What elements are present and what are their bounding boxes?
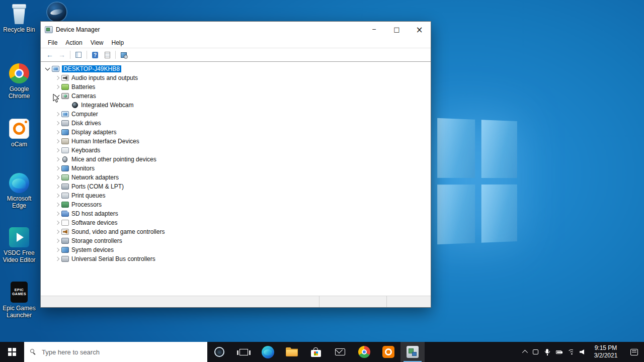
tray-battery-button[interactable] — [553, 342, 565, 362]
chevron-collapsed-icon[interactable] — [53, 110, 61, 118]
tree-item-universal-serial-bus-controllers[interactable]: Universal Serial Bus controllers — [41, 254, 431, 263]
desktop-icon-recycle-bin[interactable]: Recycle Bin — [0, 3, 38, 33]
close-button[interactable] — [408, 22, 431, 37]
chevron-expanded-icon[interactable] — [44, 65, 52, 73]
toolbar-scan-button[interactable] — [118, 49, 130, 60]
chevron-collapsed-icon[interactable] — [53, 128, 61, 136]
chevron-collapsed-icon[interactable] — [53, 83, 61, 91]
tree-item-audio-inputs-and-outputs[interactable]: Audio inputs and outputs — [41, 73, 431, 82]
toolbar-help-button[interactable] — [89, 49, 101, 60]
mouse-icon — [62, 156, 67, 162]
tray-hidden-icons-button[interactable] — [518, 342, 530, 362]
tree-item-system-devices[interactable]: System devices — [41, 245, 431, 254]
tree-item-software-devices[interactable]: Software devices — [41, 218, 431, 227]
sound-icon — [61, 229, 69, 235]
menu-help[interactable]: Help — [108, 38, 128, 47]
tree-item-computer[interactable]: Computer — [41, 110, 431, 119]
taskbar-app-file-explorer[interactable] — [280, 342, 304, 362]
chevron-collapsed-icon[interactable] — [53, 201, 61, 209]
taskbar-app-task-view[interactable] — [231, 342, 256, 362]
tree-item-storage-controllers[interactable]: Storage controllers — [41, 236, 431, 245]
tree-item-cameras[interactable]: Cameras — [41, 92, 431, 101]
tree-item-sd-host-adapters[interactable]: SD host adapters — [41, 209, 431, 218]
status-bar-main — [41, 296, 319, 307]
start-button[interactable] — [0, 342, 24, 362]
camera-icon — [61, 93, 69, 99]
tray-microphone-button[interactable] — [541, 342, 553, 362]
chevron-collapsed-icon[interactable] — [53, 119, 61, 127]
tray-icons — [518, 342, 588, 362]
toolbar-console-tree-button[interactable] — [72, 49, 85, 60]
chevron-collapsed-icon[interactable] — [53, 173, 61, 182]
keyboard-icon — [61, 147, 69, 153]
desktop-icon-microsoft-edge[interactable]: Microsoft Edge — [0, 173, 38, 209]
device-manager-window: Device Manager FileActionViewHelp DESKTO… — [40, 21, 431, 308]
desktop-icon-ocam[interactable]: oCam — [0, 119, 38, 148]
toolbar-properties-button[interactable] — [101, 49, 113, 60]
menu-action[interactable]: Action — [61, 38, 86, 47]
taskbar-app-mail[interactable] — [328, 342, 352, 362]
taskbar-clock[interactable]: 9:15 PM 3/2/2021 — [588, 344, 624, 359]
chevron-collapsed-icon[interactable] — [53, 164, 61, 172]
desktop-icon-epic-games[interactable]: EPIC GAMESEpic Games Launcher — [0, 282, 38, 319]
chevron-collapsed-icon[interactable] — [53, 210, 61, 218]
tree-item-batteries[interactable]: Batteries — [41, 82, 431, 92]
chevron-collapsed-icon[interactable] — [53, 255, 61, 263]
tree-item-human-interface-devices[interactable]: Human Interface Devices — [41, 137, 431, 146]
chevron-collapsed-icon[interactable] — [53, 137, 61, 145]
desktop-icon-google-chrome[interactable]: Google Chrome — [0, 63, 38, 100]
desktop-icon-vsdc[interactable]: VSDC Free Video Editor — [0, 227, 38, 263]
chevron-expanded-icon[interactable] — [53, 92, 61, 100]
ocam-icon — [9, 119, 29, 139]
chevron-collapsed-icon[interactable] — [53, 74, 61, 82]
taskbar-app-cortana[interactable] — [207, 342, 231, 362]
search-input[interactable] — [41, 348, 207, 356]
taskbar-app-store[interactable] — [304, 342, 328, 362]
chevron-collapsed-icon[interactable] — [53, 192, 61, 200]
tree-item-label: Cameras — [71, 93, 96, 100]
tree-item-ports-com-lpt[interactable]: Ports (COM & LPT) — [41, 182, 431, 191]
tray-display-button[interactable] — [530, 342, 541, 362]
menu-file[interactable]: File — [44, 38, 61, 47]
properties-icon — [105, 52, 110, 58]
tree-item-desktop-j49khb8[interactable]: DESKTOP-J49KHB8 — [41, 64, 431, 73]
tree-item-mice-and-other-pointing-devices[interactable]: Mice and other pointing devices — [41, 155, 431, 164]
tree-item-integrated-webcam[interactable]: Integrated Webcam — [41, 101, 431, 110]
tree-item-display-adapters[interactable]: Display adapters — [41, 128, 431, 137]
chevron-collapsed-icon[interactable] — [53, 246, 61, 254]
tree-item-print-queues[interactable]: Print queues — [41, 191, 431, 200]
desktop-icon-rocket-league[interactable] — [47, 3, 67, 23]
chevron-collapsed-icon[interactable] — [53, 237, 61, 245]
maximize-button[interactable] — [385, 22, 408, 37]
tray-wifi-button[interactable] — [565, 342, 576, 362]
tray-volume-button[interactable] — [576, 342, 588, 362]
taskbar-app-chrome[interactable] — [352, 342, 376, 362]
tree-item-sound-video-and-game-controllers[interactable]: Sound, video and game controllers — [41, 227, 431, 236]
ports-icon — [61, 184, 69, 190]
tree-item-disk-drives[interactable]: Disk drives — [41, 119, 431, 128]
title-bar[interactable]: Device Manager — [41, 22, 431, 37]
ocam-icon — [382, 346, 394, 358]
tree-item-processors[interactable]: Processors — [41, 200, 431, 209]
tree-item-network-adapters[interactable]: Network adapters — [41, 173, 431, 182]
action-center-button[interactable] — [624, 342, 644, 362]
taskbar-app-device-manager[interactable] — [400, 342, 425, 362]
chevron-collapsed-icon[interactable] — [53, 219, 61, 227]
minimize-button[interactable] — [363, 22, 385, 37]
taskbar-app-ocam[interactable] — [376, 342, 400, 362]
chevron-collapsed-icon[interactable] — [53, 183, 61, 191]
toolbar-back-button[interactable] — [44, 49, 56, 60]
tree-item-monitors[interactable]: Monitors — [41, 164, 431, 173]
tree-item-keyboards[interactable]: Keyboards — [41, 146, 431, 155]
help-icon — [92, 52, 98, 58]
tree-item-label: Batteries — [71, 83, 95, 90]
toolbar-forward-button[interactable] — [56, 49, 68, 60]
taskbar-app-edge[interactable] — [256, 342, 280, 362]
chevron-collapsed-icon[interactable] — [53, 228, 61, 236]
chevron-collapsed-icon[interactable] — [53, 146, 61, 154]
chevron-collapsed-icon[interactable] — [53, 155, 61, 163]
microphone-icon — [546, 349, 548, 353]
menu-view[interactable]: View — [87, 38, 108, 47]
taskbar-search[interactable] — [24, 342, 207, 362]
recycle-bin-icon — [12, 3, 27, 24]
